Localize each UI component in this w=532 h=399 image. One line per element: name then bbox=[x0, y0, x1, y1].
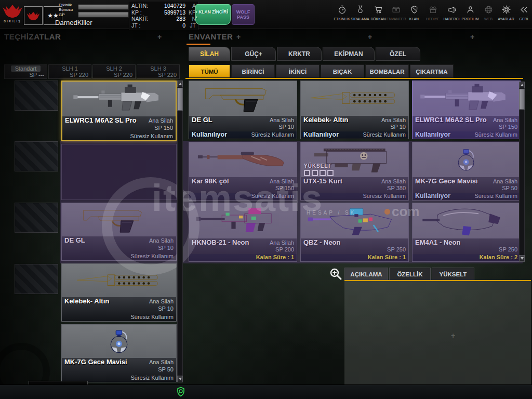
person-icon bbox=[466, 5, 475, 15]
menu-item-etkinlik[interactable]: ETKİNLİK bbox=[332, 5, 351, 21]
scrollbar-thumb[interactable] bbox=[519, 89, 525, 110]
menu-item-dukkan[interactable]: DÜKKAN bbox=[369, 5, 388, 21]
subtab-cikartma[interactable]: ÇIKARTMA bbox=[410, 64, 454, 78]
menu-item-web[interactable]: WEB bbox=[479, 5, 498, 21]
detail-content-panel bbox=[344, 281, 531, 384]
status-bar: Wolfteam Turkiye Sayfasında! 2025y-10m-0… bbox=[0, 384, 532, 399]
chest-icon bbox=[391, 5, 401, 15]
wolf-pass-button[interactable]: WOLF PASS bbox=[232, 4, 255, 25]
scroll-up-button[interactable] bbox=[519, 82, 525, 88]
tab-ozel[interactable]: ÖZEL bbox=[376, 47, 420, 61]
scroll-down-button[interactable] bbox=[177, 376, 183, 382]
menu-item-ayarlar[interactable]: AYARLAR bbox=[497, 5, 515, 21]
equipped-item-kelebek[interactable]: Kelebek- AltınAna Silah SP 10 Süresiz Ku… bbox=[61, 263, 177, 322]
inventory-item-qbz[interactable]: QBZ - Neon SP 250 Kalan Süre : 1 bbox=[300, 203, 409, 262]
stopwatch-icon bbox=[337, 5, 347, 15]
subtab-bicak[interactable]: BIÇAK bbox=[321, 64, 364, 78]
detail-tab-yukselt[interactable]: YÜKSELT bbox=[432, 268, 474, 280]
medal-icon bbox=[355, 5, 365, 15]
subtab-ikinci[interactable]: İKİNCİ bbox=[276, 64, 320, 78]
currency-panel: ALTIN: 1040729 A KP : 5899713 KP NAKİT: … bbox=[129, 2, 198, 30]
megaphone-icon bbox=[447, 5, 457, 15]
category-thumb[interactable] bbox=[15, 264, 58, 294]
tab-silah[interactable]: SİLAH bbox=[189, 47, 230, 61]
loadout-tab-slh2[interactable]: SLH 2 SP 220 bbox=[92, 64, 136, 79]
menu-item-siralama[interactable]: SIRALAMA bbox=[351, 5, 369, 21]
equipped-slot-empty[interactable] bbox=[61, 144, 177, 200]
subtab-bombalar[interactable]: BOMBALAR bbox=[365, 64, 409, 78]
clan-chain-button[interactable]: › KLAN ZİNCİRİ ‹ bbox=[195, 4, 231, 25]
event-bonus-bar bbox=[78, 4, 129, 10]
loadout-tab-standart[interactable]: Standart SP --- bbox=[4, 64, 47, 79]
menu-item-hediye[interactable]: HEDİYE bbox=[423, 5, 442, 21]
section-indicator bbox=[187, 44, 210, 45]
tab-ekipman[interactable]: EKİPMAN bbox=[323, 47, 375, 61]
loadout-tab-slh3[interactable]: SLH 3 SP 220 bbox=[137, 64, 180, 79]
menu-item-geri[interactable]: GERİ bbox=[514, 5, 532, 21]
upgrade-slot bbox=[327, 170, 334, 176]
gear-icon bbox=[501, 5, 511, 15]
inventory-item-kar98k[interactable]: Kar 98K çölAna Silah SP 150 Süresiz Kull… bbox=[189, 142, 297, 201]
player-name: DarnedKiller bbox=[55, 19, 92, 26]
tab-guc[interactable]: GÜÇ+ bbox=[231, 47, 276, 61]
subtab-underline bbox=[185, 78, 523, 79]
wolf-logo: DİRİLİŞ bbox=[2, 4, 23, 25]
weapon-image-elwrc1 bbox=[62, 82, 176, 116]
upgrade-slot bbox=[320, 170, 326, 176]
inventory-item-kelebek[interactable]: Kelebek- AltınAna Silah SP 10 Kullanılıy… bbox=[300, 81, 409, 139]
globe-icon bbox=[484, 5, 494, 15]
menu-item-klan[interactable]: KLAN bbox=[405, 5, 423, 21]
menu-item-haberci[interactable]: HABERCİ bbox=[442, 5, 461, 21]
weapon-image-em4a1 bbox=[413, 203, 520, 238]
plus-icon: + bbox=[236, 33, 241, 41]
weapon-image-degl bbox=[189, 81, 297, 116]
event-bonus-label: Etkinlik Bonusu bbox=[59, 3, 77, 12]
subtab-birinci[interactable]: BİRİNCİ bbox=[231, 64, 275, 78]
category-thumb[interactable] bbox=[15, 81, 58, 111]
detail-tab-underline bbox=[344, 280, 531, 281]
inventory-item-elwrc1[interactable]: ELWRC1 M6A2 SL ProAna Silah SP 150 Kulla… bbox=[412, 81, 521, 139]
weapon-image-kar98k bbox=[189, 142, 297, 177]
detail-tab-ozellik[interactable]: ÖZELLİK bbox=[389, 268, 431, 280]
subtab-tumu[interactable]: TÜMÜ bbox=[189, 64, 230, 78]
scroll-up-button[interactable] bbox=[177, 81, 183, 87]
equipped-item-elwrc1[interactable]: ELWRC1 M6A2 SL ProAna Silah SP 150 Süres… bbox=[61, 81, 177, 141]
equipped-item-mk7g[interactable]: MK-7G Gece MavisiAna Silah SP 50 Süresiz… bbox=[61, 324, 177, 382]
magnifier-icon[interactable] bbox=[329, 268, 343, 281]
category-thumb[interactable] bbox=[15, 203, 58, 233]
inventory-item-utx15[interactable]: YÜKSELT UTX-15 KurtAna Silah SP 380 Süre… bbox=[300, 142, 409, 201]
plus-icon: + bbox=[368, 33, 372, 41]
star-icon: ★★ bbox=[47, 12, 59, 19]
left-panel-title: TEÇHİZATLAR bbox=[4, 32, 61, 41]
equipped-item-degl[interactable]: DE GLAna Silah SP 10 Süresiz Kullanım bbox=[61, 203, 177, 261]
ticker-shield-icon bbox=[177, 387, 185, 397]
gp-label: GP bbox=[59, 12, 65, 17]
detail-tab-aciklama[interactable]: AÇIKLAMA bbox=[344, 268, 388, 280]
currency-row: NAKİT: 283 N bbox=[131, 16, 196, 22]
category-thumb[interactable] bbox=[15, 141, 58, 171]
tab-krktr[interactable]: KRKTR bbox=[277, 47, 322, 61]
menu-item-profilim[interactable]: PROFİLİM bbox=[461, 5, 480, 21]
clan-badge[interactable] bbox=[24, 6, 43, 25]
upgrade-slot bbox=[304, 170, 310, 176]
loadout-tab-slh1[interactable]: SLH 1 SP 220 bbox=[48, 64, 91, 79]
scrollbar-thumb[interactable] bbox=[177, 88, 183, 111]
logo-subtitle: DİRİLİŞ bbox=[2, 20, 23, 23]
menu-item-envanter[interactable]: ENVANTER bbox=[387, 5, 405, 21]
inventory-item-degl[interactable]: DE GLAna Silah SP 10 KullanılıyorSüresiz… bbox=[189, 81, 297, 139]
inventory-item-hknob21[interactable]: HKNOB-21 - NeonAna Silah SP 200 Kalan Sü… bbox=[189, 203, 297, 262]
gift-icon bbox=[428, 5, 438, 15]
weapon-image-grenade bbox=[413, 142, 520, 177]
inventory-item-em4a1[interactable]: EM4A1 - Neon SP 250 Kalan Süre : 2 bbox=[412, 203, 521, 262]
weapon-image-kelebek bbox=[301, 81, 408, 116]
plus-icon: + bbox=[157, 33, 162, 41]
plus-icon: + bbox=[451, 331, 455, 340]
top-bar: DİRİLİŞ ★★ Etkinlik Bonusu GP DarnedKill… bbox=[0, 0, 532, 29]
left-scrollbar[interactable] bbox=[177, 81, 183, 382]
scroll-down-button[interactable] bbox=[519, 255, 525, 262]
upgrade-slot bbox=[312, 170, 318, 176]
weapon-image-degl bbox=[62, 203, 176, 236]
weapon-image-qbz bbox=[301, 203, 408, 238]
weapon-image-grenade bbox=[62, 325, 176, 358]
inventory-item-mk7g[interactable]: MK-7G Gece MavisiAna Silah SP 50 Kullanı… bbox=[412, 142, 521, 201]
